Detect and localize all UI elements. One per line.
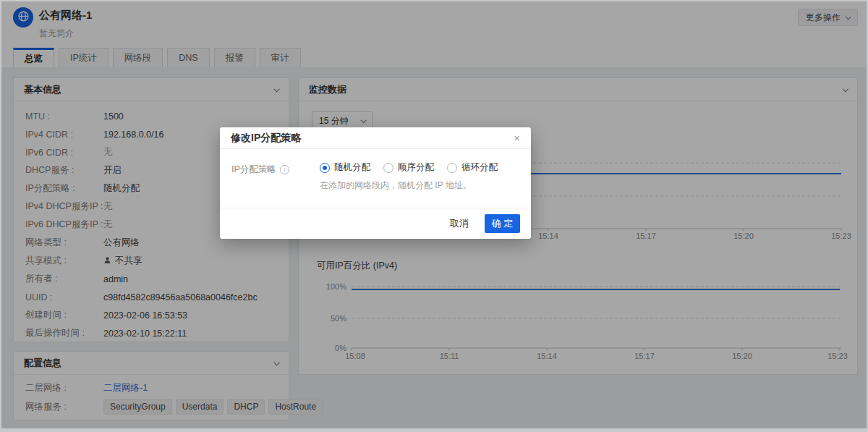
radio-selected-icon (320, 163, 330, 173)
radio-sequential-allocation[interactable]: 顺序分配 (383, 161, 434, 174)
dialog-title: 修改IP分配策略 (231, 132, 301, 145)
dialog-body: IP分配策略 i 随机分配 顺序分配 循环分配 在添加的网络段内，随机分配 IP… (220, 149, 531, 208)
info-circle-icon[interactable]: i (280, 165, 289, 174)
dialog-footer: 取消 确 定 (220, 208, 531, 239)
close-icon[interactable]: × (514, 132, 520, 143)
radio-unselected-icon (447, 163, 457, 173)
radio-unselected-icon (383, 163, 393, 173)
cancel-button[interactable]: 取消 (444, 214, 475, 233)
ip-policy-field-label: IP分配策略 i (231, 164, 289, 176)
dialog-header: 修改IP分配策略 × (220, 127, 531, 149)
confirm-button[interactable]: 确 定 (485, 214, 520, 233)
app-window: 公有网络-1 暂无简介 更多操作 总览 IP统计 网络段 DNS 报警 审计 基… (0, 0, 868, 432)
radio-random-allocation[interactable]: 随机分配 (320, 161, 370, 174)
ip-policy-radio-group: 随机分配 顺序分配 循环分配 (320, 161, 498, 174)
network-detail-page: 公有网络-1 暂无简介 更多操作 总览 IP统计 网络段 DNS 报警 审计 基… (1, 1, 867, 428)
ip-policy-helper-text: 在添加的网络段内，随机分配 IP 地址。 (320, 179, 472, 192)
edit-ip-policy-dialog: 修改IP分配策略 × IP分配策略 i 随机分配 顺序分配 循环分配 (220, 127, 531, 239)
radio-round-robin-allocation[interactable]: 循环分配 (447, 161, 498, 174)
